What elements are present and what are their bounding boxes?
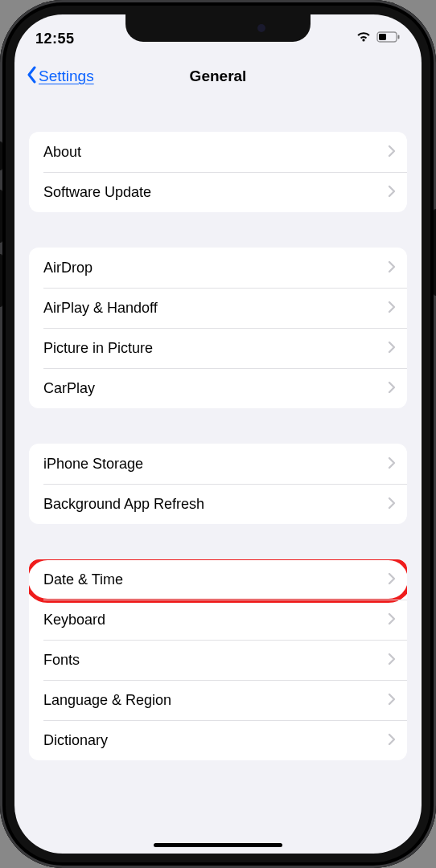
row-storage[interactable]: iPhone Storage	[29, 444, 407, 484]
volume-up-button	[0, 190, 2, 243]
chevron-right-icon	[388, 141, 396, 162]
chevron-right-icon	[388, 609, 396, 630]
row-label: Dictionary	[43, 732, 108, 749]
row-label: CarPlay	[43, 380, 95, 397]
row-label: Date & Time	[43, 571, 123, 588]
home-indicator[interactable]	[154, 843, 282, 847]
row-carplay[interactable]: CarPlay	[29, 368, 407, 408]
row-label: Fonts	[43, 652, 80, 669]
row-dict[interactable]: Dictionary	[29, 720, 407, 760]
row-fonts[interactable]: Fonts	[29, 640, 407, 680]
device-notch	[125, 14, 311, 42]
settings-group: iPhone StorageBackground App Refresh	[29, 444, 407, 524]
page-title: General	[190, 68, 247, 85]
settings-group: Date & TimeKeyboardFontsLanguage & Regio…	[29, 559, 407, 760]
settings-group: AboutSoftware Update	[29, 132, 407, 212]
row-keyboard[interactable]: Keyboard	[29, 600, 407, 640]
svg-rect-1	[398, 35, 400, 39]
row-label: Language & Region	[43, 692, 171, 709]
wifi-icon	[356, 31, 372, 46]
row-label: iPhone Storage	[43, 456, 143, 473]
navigation-bar: Settings General	[14, 55, 422, 98]
chevron-right-icon	[388, 690, 396, 710]
row-label: Picture in Picture	[43, 340, 153, 357]
row-about[interactable]: About	[29, 132, 407, 172]
row-label: About	[43, 144, 81, 161]
row-datetime[interactable]: Date & Time	[29, 559, 407, 600]
row-bgapp[interactable]: Background App Refresh	[29, 484, 407, 524]
row-label: Keyboard	[43, 612, 105, 628]
chevron-left-icon	[26, 66, 37, 88]
chevron-right-icon	[388, 453, 396, 474]
ringer-switch	[0, 141, 2, 170]
back-label: Settings	[39, 68, 94, 85]
row-airdrop[interactable]: AirDrop	[29, 248, 407, 288]
chevron-right-icon	[388, 569, 396, 590]
chevron-right-icon	[388, 257, 396, 278]
row-label: Background App Refresh	[43, 496, 204, 513]
battery-icon	[376, 31, 401, 46]
settings-list[interactable]: AboutSoftware UpdateAirDropAirPlay & Han…	[14, 104, 422, 854]
row-label: AirPlay & Handoff	[43, 300, 158, 317]
row-label: Software Update	[43, 184, 151, 201]
back-button[interactable]: Settings	[26, 66, 94, 88]
row-airplay[interactable]: AirPlay & Handoff	[29, 288, 407, 328]
chevron-right-icon	[388, 378, 396, 399]
screen: 12:55 Settings General AboutSoftware Upd	[14, 14, 422, 854]
svg-rect-2	[379, 34, 386, 40]
chevron-right-icon	[388, 730, 396, 751]
settings-group: AirDropAirPlay & HandoffPicture in Pictu…	[29, 248, 407, 408]
device-frame: 12:55 Settings General AboutSoftware Upd	[0, 0, 436, 868]
row-langreg[interactable]: Language & Region	[29, 680, 407, 720]
chevron-right-icon	[388, 493, 396, 514]
row-pip[interactable]: Picture in Picture	[29, 328, 407, 368]
chevron-right-icon	[388, 297, 396, 318]
chevron-right-icon	[388, 182, 396, 203]
row-label: AirDrop	[43, 260, 93, 276]
row-swupdate[interactable]: Software Update	[29, 172, 407, 212]
chevron-right-icon	[388, 338, 396, 358]
status-time: 12:55	[35, 31, 75, 47]
chevron-right-icon	[388, 649, 396, 670]
volume-down-button	[0, 254, 2, 307]
